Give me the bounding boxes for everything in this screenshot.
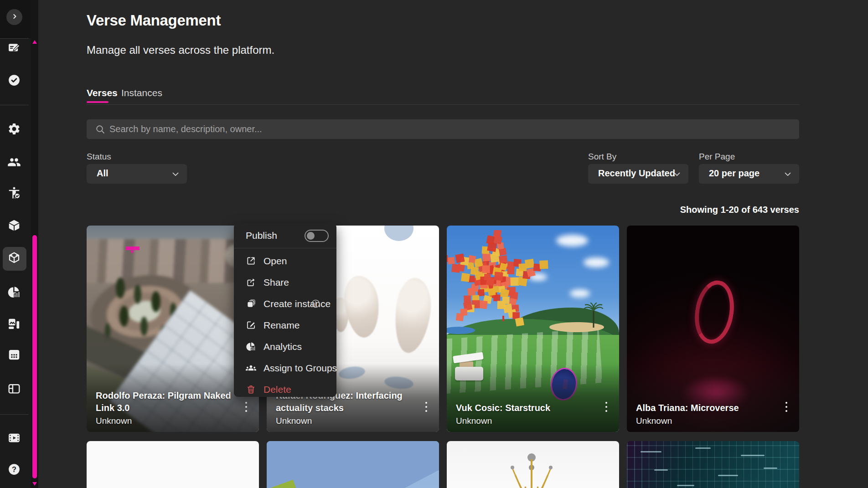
status-dropdown[interactable]: All [87,164,187,184]
sidebar-divider [0,38,29,39]
menu-item-label: Analytics [264,341,302,352]
verse-title: Vuk Cosic: Starstruck [456,402,593,414]
sidebar-expand-button[interactable] [6,9,22,25]
verse-card[interactable] [87,441,259,488]
verse-card[interactable] [627,441,799,488]
publish-label: Publish [246,230,277,241]
sort-by-filter-label: Sort By [588,152,616,162]
menu-item-delete[interactable]: Delete [234,379,336,400]
verse-management-app: ? Verse Management Manage all verses acr… [0,0,868,488]
menu-item-open[interactable]: Open [234,250,336,272]
svg-text:?: ? [12,465,16,473]
calendar-icon [7,348,21,363]
note-edit-icon [7,41,21,57]
card-info-overlay: Rodolfo Peraza: Pilgram Naked Link 3.0 U… [87,364,259,432]
sidebar-item-settings[interactable] [7,123,21,137]
sidebar-scrollbar[interactable] [31,0,38,488]
toggle-knob [307,232,315,240]
tab-verses[interactable]: Verses [87,87,118,98]
sidebar-item-verses[interactable] [7,252,21,266]
publish-toggle[interactable] [305,230,329,242]
layout-panels-icon [7,382,21,397]
search-input[interactable] [109,119,784,139]
delete-icon [246,384,256,395]
sort-by-dropdown-value: Recently Updated [598,168,675,179]
sidebar-item-analytics[interactable] [7,286,21,300]
sidebar-item-users[interactable] [7,156,21,170]
menu-item-assign-to-groups[interactable]: Assign to Groups [234,357,336,379]
status-filter-label: Status [87,152,111,162]
media-player-icon [7,431,21,447]
scroll-up-arrow-icon[interactable] [32,40,37,44]
results-summary: Showing 1-20 of 643 verses [680,205,799,215]
sidebar-item-packages[interactable] [7,219,21,234]
sidebar-item-members[interactable] [7,186,21,201]
sidebar-item-notes[interactable] [7,41,21,56]
sidebar-item-media-player[interactable] [7,431,21,446]
card-menu-kebab-icon[interactable] [782,401,791,413]
verse-card-grid: Rodolfo Peraza: Pilgram Naked Link 3.0 U… [87,226,799,488]
verse-owner: Unknown [96,416,232,426]
menu-item-label: Assign to Groups [264,363,337,374]
per-page-dropdown[interactable]: 20 per page [699,164,799,184]
help-icon: ? [7,462,21,478]
page-title: Verse Management [87,12,221,29]
sidebar-divider [0,105,29,105]
create-instance-icon [246,298,256,309]
player-nametag-marker [126,247,140,250]
assign-groups-icon [246,363,256,373]
palm-tree [584,302,604,328]
verse-card[interactable] [267,441,439,488]
tabs-divider [87,104,799,105]
scrollbar-thumb[interactable] [32,235,37,478]
analytics-pie-icon [7,285,21,301]
media-devices-icon [7,317,21,333]
chevron-down-icon [170,169,181,179]
sidebar-item-layouts[interactable] [7,382,21,397]
verse-card[interactable]: Vuk Cosic: Starstruck Unknown [447,226,619,432]
verses-cube-icon [7,251,21,267]
publish-row: Publish [234,227,336,246]
scroll-down-arrow-icon[interactable] [32,482,37,486]
open-icon [246,256,256,266]
per-page-filter-label: Per Page [699,152,735,162]
search-bar[interactable] [87,119,799,139]
sidebar-item-media[interactable] [7,318,21,332]
card-menu-kebab-icon[interactable] [602,401,611,413]
people-icon [7,155,21,171]
member-check-icon [7,186,21,201]
pixel-square-star [447,230,556,344]
verse-card[interactable]: Alba Triana: Microverse Unknown [627,226,799,432]
sidebar: ? [0,0,31,488]
info-icon[interactable] [310,298,321,309]
card-menu-kebab-icon[interactable] [422,401,431,413]
menu-item-rename[interactable]: Rename [234,314,336,336]
search-icon [95,124,106,135]
status-dropdown-value: All [97,168,108,179]
sidebar-item-calendar[interactable] [7,348,21,363]
active-tab-underline [87,101,108,103]
verse-thumbnail-blank [87,441,259,488]
verse-owner: Unknown [636,416,773,426]
sort-by-dropdown[interactable]: Recently Updated [588,164,688,184]
page-subtitle: Manage all verses across the platform. [87,44,274,57]
sidebar-item-approvals[interactable] [7,74,21,88]
chevron-down-icon [672,169,682,179]
menu-item-create-instance[interactable]: Create instance [234,293,336,314]
per-page-dropdown-value: 20 per page [709,168,760,179]
verse-card[interactable]: Rodolfo Peraza: Pilgram Naked Link 3.0 U… [87,226,259,432]
verse-context-menu: Publish Open Share Create instance Renam… [234,223,336,397]
sidebar-item-help[interactable]: ? [7,463,21,478]
verse-card[interactable] [447,441,619,488]
menu-item-analytics[interactable]: Analytics [234,336,336,357]
menu-item-label: Share [264,277,289,288]
verse-thumbnail-blue-interior [267,441,439,488]
share-icon [246,277,256,288]
tab-instances[interactable]: Instances [121,87,162,98]
package-box-icon [7,219,21,234]
verse-title: Alba Triana: Microverse [636,402,773,414]
verse-thumbnail-teal-grid [627,441,799,488]
verse-owner: Unknown [456,416,593,426]
menu-item-share[interactable]: Share [234,272,336,293]
card-menu-kebab-icon[interactable] [242,401,251,413]
